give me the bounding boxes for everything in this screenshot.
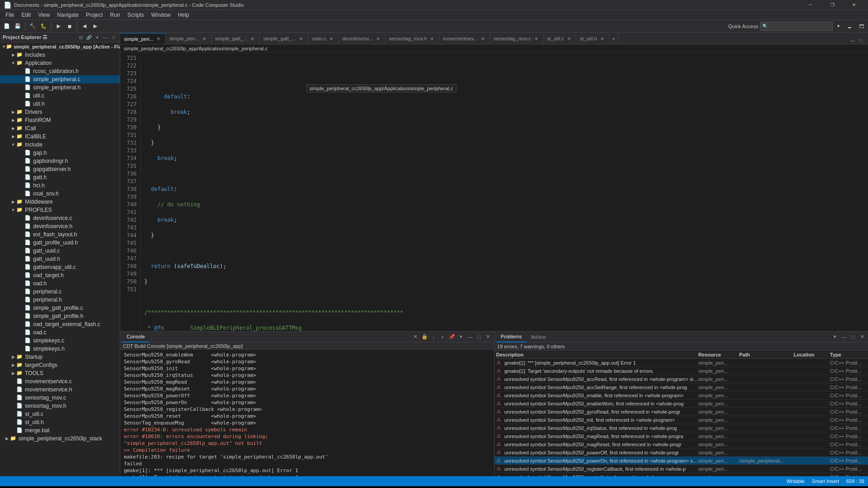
tree-st-util-c[interactable]: ▶ 📄 st_util.c [0, 410, 120, 418]
tree-gattservapp-util[interactable]: ▶ 📄 gattservapp_util.c [0, 263, 120, 271]
code-text[interactable]: default: break; } } break; default: // d… [141, 53, 864, 331]
problem-row-13[interactable]: ⚠ unresolved symbol SensorMpu9250_powerO… [495, 457, 868, 465]
tab-movementsev[interactable]: movementsev... ✕ [439, 33, 490, 44]
tab-advice[interactable]: Advice [526, 332, 550, 342]
tab-close-3[interactable]: ✕ [249, 35, 255, 42]
tree-oad-target-ext[interactable]: ▶ 📄 oad_target_external_flash.c [0, 320, 120, 328]
editor-max-btn[interactable]: □ [857, 37, 864, 44]
restore-button[interactable]: ❐ [822, 0, 843, 10]
tree-hci-h[interactable]: ▶ 📄 hci.h [0, 181, 120, 190]
tab-simple-gatt-2[interactable]: simple_gatt_... ✕ [260, 33, 308, 44]
tree-gatt-h[interactable]: ▶ 📄 gatt.h [0, 173, 120, 181]
tree-drivers[interactable]: ▶ 📁 Drivers [0, 108, 120, 116]
tree-gap-h[interactable]: ▶ 📄 gap.h [0, 149, 120, 157]
edge-browser-icon[interactable]: 🌐 [209, 486, 227, 488]
debug-button[interactable]: 🐛 [39, 21, 49, 31]
problem-row-11[interactable]: ⚠ unresolved symbol SensorMpu9250_magRes… [495, 440, 868, 449]
console-scroll-end-btn[interactable]: ↓ [430, 333, 438, 341]
problem-row-3[interactable]: ⚠ unresolved symbol SensorMpu9250_accRea… [495, 375, 868, 383]
tree-simple-gatt-h[interactable]: ▶ 📄 simple_gatt_profile.h [0, 312, 120, 320]
tree-devinfoservice-h[interactable]: ▶ 📄 devinfoservice.h [0, 222, 120, 230]
tab-close-2[interactable]: ✕ [201, 35, 207, 42]
stop-button[interactable]: ⏹ [64, 21, 74, 31]
problem-row-2[interactable]: ⚠ gmake[1]: Target 'secondary-outputs' n… [495, 367, 868, 375]
menu-navigate[interactable]: Navigate [54, 11, 82, 19]
tab-console[interactable]: Console [122, 332, 149, 342]
file-explorer-button[interactable]: 📁 [229, 486, 247, 488]
tab-close-8[interactable]: ✕ [480, 35, 486, 42]
tree-gapbondmgr-h[interactable]: ▶ 📄 gapbondmgr.h [0, 157, 120, 165]
menu-file[interactable]: File [2, 11, 18, 19]
tree-oad-h[interactable]: ▶ 📄 oad.h [0, 279, 120, 288]
problem-row-8[interactable]: ⚠ unresolved symbol SensorMpu9250_init, … [495, 416, 868, 424]
tree-simplekeys-h[interactable]: ▶ 📄 simplekeys.h [0, 345, 120, 353]
console-clear-btn[interactable]: ✕ [412, 333, 420, 341]
quick-access-input[interactable]: 🔍 [760, 22, 833, 31]
tab-devinfo[interactable]: devinfoservi... ✕ [338, 33, 385, 44]
console-new-btn[interactable]: + [439, 333, 447, 341]
tree-gatt-uuid-h[interactable]: ▶ 📄 gatt_uuid.h [0, 255, 120, 263]
problem-row-15[interactable]: ⚠ unresolved symbol SensorMpu9250_reset,… [495, 473, 868, 476]
tree-osal-snv-h[interactable]: ▶ 📄 osal_snv.h [0, 190, 120, 198]
tree-movementservice-h[interactable]: ▶ 📄 movementservice.h [0, 386, 120, 394]
problem-row-5[interactable]: ⚠ unresolved symbol SensorMpu9250_enable… [495, 391, 868, 400]
problem-row-7[interactable]: ⚠ unresolved symbol SensorMpu9250_gyroRe… [495, 408, 868, 416]
tree-gatt-profile-uuid[interactable]: ▶ 📄 gatt_profile_uuid.h [0, 239, 120, 247]
problems-list[interactable]: ⚠ gmake[1]: *** [simple_peripheral_cc265… [495, 359, 868, 476]
tree-profiles[interactable]: ▼ 📁 PROFILES [0, 206, 120, 214]
forward-button[interactable]: ▶ [90, 21, 100, 31]
menu-view[interactable]: View [34, 11, 54, 19]
tree-include[interactable]: ▼ 📁 Include [0, 141, 120, 149]
tab-close-1[interactable]: ✕ [155, 36, 162, 42]
problem-row-12[interactable]: ⚠ unresolved symbol SensorMpu9250_powerO… [495, 449, 868, 457]
tree-peripheral-h[interactable]: ▶ 📄 peripheral.h [0, 296, 120, 304]
tree-sensortag-mov-h[interactable]: ▶ 📄 sensortag_mov.h [0, 402, 120, 410]
problem-row-10[interactable]: ⚠ unresolved symbol SensorMpu9250_magRea… [495, 432, 868, 440]
problem-row-9[interactable]: ⚠ unresolved symbol SensorMpu9250_irqSta… [495, 424, 868, 432]
tree-simple-peripheral-h[interactable]: ▶ 📄 simple_peripheral.h [0, 83, 120, 92]
problems-close-btn[interactable]: ✕ [858, 333, 866, 341]
tab-close-7[interactable]: ✕ [429, 35, 435, 42]
close-button[interactable]: ✕ [843, 0, 864, 10]
tab-overflow[interactable]: » [609, 33, 618, 44]
tree-simple-gatt-c[interactable]: ▶ 📄 simple_gatt_profile.c [0, 304, 120, 312]
tree-application[interactable]: ▼ 📁 Application [0, 59, 120, 67]
tree-flashrom[interactable]: ▶ 📁 FlashROM [0, 116, 120, 124]
console-max-btn[interactable]: □ [475, 333, 483, 341]
menu-window[interactable]: Window [147, 11, 174, 19]
console-close-btn[interactable]: ✕ [484, 333, 492, 341]
problems-max-btn[interactable]: □ [849, 333, 857, 341]
menu-project[interactable]: Project [82, 11, 106, 19]
tab-sensortag-mov-c[interactable]: sensortag_mov.c ✕ [490, 33, 544, 44]
tree-tools[interactable]: ▶ 📁 TOOLS [0, 369, 120, 377]
problem-row-1[interactable]: ⚠ gmake[1]: *** [simple_peripheral_cc265… [495, 359, 868, 367]
problem-row-14[interactable]: ⚠ unresolved symbol SensorMpu9250_regist… [495, 465, 868, 473]
tree-root[interactable]: ▼ 📁 simple_peripheral_cc2650lp_app [Acti… [0, 43, 120, 51]
chrome-button[interactable]: 🔵 [249, 486, 267, 488]
tree-includes[interactable]: ▶ 📁 Includes [0, 51, 120, 59]
tree-gatt-uuid-c[interactable]: ▶ 📄 gatt_uuid.c [0, 247, 120, 255]
tab-simple-peri-1[interactable]: simple_peri... ✕ [120, 33, 166, 44]
menu-scripts[interactable]: Scripts [124, 11, 148, 19]
tab-close-6[interactable]: ✕ [375, 35, 381, 42]
taskview-button[interactable] [189, 486, 207, 488]
console-scroll-lock-btn[interactable]: 🔒 [421, 333, 429, 341]
panel-min-btn[interactable]: — [102, 34, 109, 41]
tab-close-5[interactable]: ✕ [328, 35, 334, 42]
console-min-btn[interactable]: — [466, 333, 474, 341]
build-button[interactable]: 🔨 [28, 21, 38, 31]
tree-devinfoservice-c[interactable]: ▶ 📄 devinfoservice.c [0, 214, 120, 222]
tree-ext-flash-layout[interactable]: ▶ 📄 ext_flash_layout.h [0, 230, 120, 239]
console-view-btn[interactable]: ▾ [457, 333, 465, 341]
tab-st-util-c[interactable]: st_util.c ✕ [544, 33, 576, 44]
tree-targetconfigs[interactable]: ▶ 📁 targetConfigs [0, 361, 120, 369]
toolbar-menu-btn[interactable]: ▾ [834, 21, 843, 31]
menu-help[interactable]: Help [174, 11, 193, 19]
settings-button[interactable]: ⚙️ [289, 486, 307, 488]
tree-st-util-h[interactable]: ▶ 📄 st_util.h [0, 418, 120, 426]
editor-min-btn[interactable]: — [849, 37, 856, 44]
tree-merge-bat[interactable]: ▶ 📄 merge.bat [0, 426, 120, 434]
tree-startup[interactable]: ▶ 📁 Startup [0, 353, 120, 361]
collapse-all-btn[interactable]: ⊟ [77, 34, 84, 41]
problems-filter-btn[interactable]: ▾ [831, 333, 839, 341]
